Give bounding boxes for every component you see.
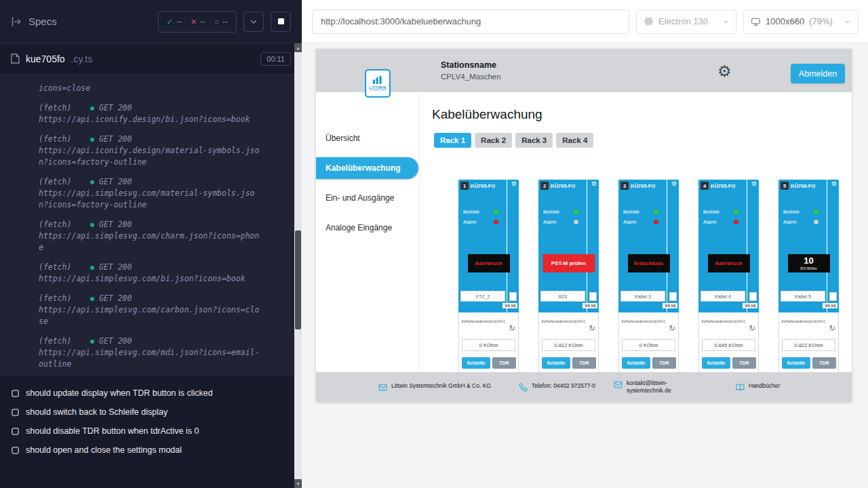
- cable-name-field[interactable]: Kabel 3: [620, 291, 665, 302]
- footer-item[interactable]: Handbücher: [736, 382, 780, 392]
- sidebar-item[interactable]: Analoge Eingänge: [316, 213, 418, 243]
- mode-buttons: Schleife TDR: [702, 357, 756, 369]
- rack-tab[interactable]: Rack 1: [434, 133, 471, 148]
- measurement-panel: Schleifenwiderstand [kOhm] ↻ 0.822 KOhm …: [778, 312, 839, 376]
- network-log-entry[interactable]: icons=close: [39, 83, 288, 94]
- network-log-entry[interactable]: (fetch) GET 200 https://api.simplesvg.co…: [39, 176, 288, 211]
- sidebar-item[interactable]: Ein- und Ausgänge: [316, 183, 418, 213]
- fetch-label: (fetch): [39, 336, 83, 347]
- collapse-runs-button[interactable]: [243, 12, 264, 32]
- network-log-entry[interactable]: (fetch) GET 200 https://api.iconify.desi…: [39, 102, 288, 125]
- schleife-button[interactable]: Schleife: [542, 357, 570, 369]
- firmware-version-badge: V4.19: [743, 303, 757, 308]
- test-row[interactable]: should disable TDR button when tdrActive…: [0, 422, 302, 441]
- url-input[interactable]: [312, 9, 629, 34]
- mode-buttons: Schleife TDR: [782, 357, 836, 369]
- spec-file-row[interactable]: kue705fo .cy.ts 00:11: [0, 43, 302, 75]
- schleife-button[interactable]: Schleife: [702, 357, 730, 369]
- alarm-message-text: Aderbruch: [715, 260, 742, 266]
- network-log-entry[interactable]: (fetch) GET 200 https://api.simplesvg.co…: [39, 336, 288, 370]
- footer-item[interactable]: kontakt@littwin-systemtechnik.de: [614, 380, 736, 395]
- card-settings-gear-icon[interactable]: ⚙: [671, 181, 677, 187]
- tdr-button[interactable]: TDR: [572, 357, 596, 369]
- measurement-label: Schleifenwiderstand [kOhm]: [461, 319, 505, 323]
- mail-icon: [614, 380, 623, 389]
- refresh-icon[interactable]: ↻: [749, 325, 755, 332]
- rack-tab[interactable]: Rack 2: [475, 133, 512, 148]
- card-strip-divider: [747, 180, 747, 312]
- logout-button[interactable]: Abmelden: [791, 64, 845, 83]
- fetch-label: (fetch): [39, 219, 83, 230]
- spec-file-ext: .cy.ts: [71, 54, 93, 64]
- network-log-entry[interactable]: (fetch) GET 200 https://api.simplesvg.co…: [39, 219, 288, 253]
- card-settings-gear-icon[interactable]: ⚙: [751, 181, 757, 187]
- sidebar-item[interactable]: Kabelüberwachung: [316, 157, 418, 179]
- tdr-button[interactable]: TDR: [492, 357, 516, 369]
- browser-pane: Electron 130 1000x660 (79%) Stationsname…: [302, 0, 868, 488]
- betrieb-label: Betrieb: [783, 209, 800, 215]
- betrieb-label: Betrieb: [703, 209, 719, 215]
- alarm-message-box: Aderbruch: [468, 254, 510, 272]
- network-log-entry[interactable]: (fetch) GET 200 https://api.iconify.desi…: [39, 134, 288, 168]
- cable-name-field[interactable]: FTZ_2: [460, 291, 505, 302]
- network-log-entry[interactable]: (fetch) GET 200 https://api.simplesvg.co…: [39, 262, 288, 285]
- mode-buttons: Schleife TDR: [622, 357, 676, 369]
- card-settings-gear-icon[interactable]: ⚙: [591, 181, 597, 187]
- reporter-scrollbar[interactable]: ▲ ▼: [294, 43, 302, 488]
- scroll-up-arrow[interactable]: ▲: [294, 43, 302, 52]
- schleife-button[interactable]: Schleife: [622, 357, 650, 369]
- rack-tab[interactable]: Rack 4: [556, 133, 593, 148]
- test-row[interactable]: should open and close the settings modal: [0, 441, 302, 460]
- refresh-icon[interactable]: ↻: [669, 325, 675, 332]
- stop-button[interactable]: [271, 12, 291, 32]
- schleife-button[interactable]: Schleife: [782, 357, 810, 369]
- browser-selector[interactable]: Electron 130: [636, 9, 736, 34]
- measurement-value: 0.822 KOhm: [782, 339, 835, 351]
- alarm-label: Alarm: [623, 219, 637, 225]
- refresh-icon[interactable]: ↻: [589, 325, 595, 332]
- device-cards: 1 KÜ705-FO ⚙ Betrieb Alarm: [458, 180, 852, 376]
- viewport-selector[interactable]: 1000x660 (79%): [743, 9, 859, 34]
- failed-count: --: [200, 17, 205, 26]
- log-entry-head: (fetch) GET 200: [39, 176, 288, 188]
- app-stage: Stationsname CPLV4_Maschen ⚙ Abmelden LI…: [302, 43, 868, 488]
- refresh-icon[interactable]: ↻: [829, 325, 835, 332]
- specs-list-toggle-icon[interactable]: [11, 16, 22, 27]
- tdr-button[interactable]: TDR: [652, 357, 676, 369]
- refresh-icon[interactable]: ↻: [509, 325, 515, 332]
- test-box-icon: [12, 447, 19, 454]
- scroll-down-arrow[interactable]: ▼: [294, 479, 302, 488]
- cable-name-field[interactable]: Kabel 4: [701, 291, 745, 302]
- card-settings-gear-icon[interactable]: ⚙: [511, 181, 517, 187]
- cable-name-field[interactable]: Kabel 5: [781, 291, 825, 302]
- station-info: Stationsname CPLV4_Maschen: [441, 60, 501, 81]
- schleife-button[interactable]: Schleife: [462, 357, 490, 369]
- cypress-header: Specs ✓-- ×-- ○--: [0, 0, 302, 43]
- card-settings-gear-icon[interactable]: ⚙: [831, 181, 837, 187]
- sidebar-item-label: Analoge Eingänge: [316, 223, 392, 232]
- footer-item[interactable]: Littwin Systemtechnik GmbH & Co. KG: [378, 382, 519, 392]
- alarm-row: Alarm: [463, 219, 498, 225]
- settings-gear-icon[interactable]: ⚙: [717, 64, 732, 79]
- card-number-badge: 1: [460, 182, 469, 190]
- rack-tab[interactable]: Rack 3: [515, 133, 553, 148]
- test-row[interactable]: should update display when TDR button is…: [0, 384, 302, 403]
- footer-text: kontakt@littwin-systemtechnik.de: [627, 380, 682, 395]
- tdr-button[interactable]: TDR: [732, 357, 756, 369]
- cable-name-field[interactable]: B23: [540, 291, 585, 302]
- card-model-label: KÜ705-FO: [471, 183, 495, 189]
- sidebar-item[interactable]: Übersicht: [316, 123, 418, 153]
- test-row[interactable]: should switch back to Schleife display: [0, 403, 302, 422]
- footer-item[interactable]: Telefon: 04402 972577-0: [519, 382, 614, 392]
- card-number-badge: 5: [781, 182, 789, 190]
- network-log-entry[interactable]: (fetch) GET 200 https://api.simplesvg.co…: [39, 293, 288, 327]
- spec-file-name: kue705fo: [26, 54, 65, 64]
- card-model-label: KÜ706-FO: [791, 183, 815, 189]
- alarm-message-box: 10 ISO MOhm: [788, 254, 830, 272]
- tdr-button[interactable]: TDR: [812, 357, 836, 369]
- request-url: https://api.iconify.design/material-symb…: [39, 145, 262, 168]
- specs-label: Specs: [28, 16, 57, 27]
- scrollbar-thumb[interactable]: [295, 230, 301, 329]
- measurement-panel: Schleifenwiderstand [kOhm] ↻ 0.645 KOhm …: [698, 312, 759, 376]
- spec-file-icon: [11, 54, 20, 64]
